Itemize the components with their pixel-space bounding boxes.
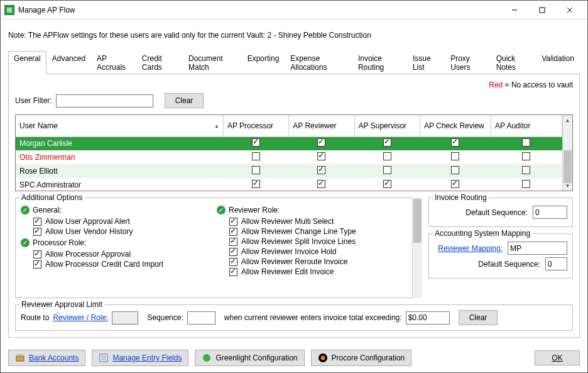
table-row[interactable]: SPC Administrator xyxy=(16,178,562,192)
close-button[interactable] xyxy=(556,1,584,19)
checkbox[interactable] xyxy=(252,138,260,147)
table-row[interactable]: Otis Zimmerman xyxy=(16,150,562,164)
scroll-thumb[interactable] xyxy=(564,150,572,183)
checkbox[interactable] xyxy=(451,166,459,174)
tab-general[interactable]: General xyxy=(8,51,46,74)
checkbox[interactable] xyxy=(451,152,459,160)
col-ap-processor[interactable]: AP Processor xyxy=(223,115,288,136)
checkbox[interactable] xyxy=(229,248,237,256)
user-name-cell[interactable]: Otis Zimmerman xyxy=(16,150,223,164)
tab-validation[interactable]: Validation xyxy=(536,51,580,74)
role-checkbox-cell[interactable] xyxy=(491,178,562,192)
role-checkbox-cell[interactable] xyxy=(491,150,562,164)
checkbox[interactable] xyxy=(252,180,260,188)
tab-advanced[interactable]: Advanced xyxy=(46,51,91,74)
option-row[interactable]: Allow Reviewer Reroute Invoice xyxy=(229,257,406,266)
checkbox[interactable] xyxy=(317,138,325,147)
checkbox[interactable] xyxy=(383,138,391,147)
tab-exporting[interactable]: Exporting xyxy=(242,51,285,74)
table-row[interactable]: Rose Elliott xyxy=(16,164,562,178)
checkbox[interactable] xyxy=(33,218,41,226)
col-ap-check-review[interactable]: AP Check Review xyxy=(420,115,491,136)
role-checkbox-cell[interactable] xyxy=(354,164,420,178)
option-row[interactable]: Allow Reviewer Multi Select xyxy=(229,217,406,226)
scroll-down-icon[interactable]: ▼ xyxy=(563,181,572,191)
tab-ap-accruals[interactable]: AP Accruals xyxy=(91,51,136,74)
checkbox[interactable] xyxy=(229,228,237,236)
role-checkbox-cell[interactable] xyxy=(223,178,288,192)
option-row[interactable]: Allow Processor Approval xyxy=(33,250,210,259)
tab-issue-list[interactable]: Issue List xyxy=(407,51,445,74)
role-checkbox-cell[interactable] xyxy=(420,150,491,164)
procore-config-button[interactable]: Procore Configuration xyxy=(311,350,412,366)
role-checkbox-cell[interactable] xyxy=(289,164,354,178)
checkbox[interactable] xyxy=(317,166,325,174)
manage-entry-fields-button[interactable]: Manage Entry Fields xyxy=(92,350,188,366)
options-scrollbar[interactable] xyxy=(412,198,422,298)
tab-expense-allocations[interactable]: Expense Allocations xyxy=(285,51,352,74)
option-row[interactable]: Allow User Approval Alert xyxy=(33,217,210,226)
amount-input[interactable] xyxy=(406,311,450,325)
checkbox[interactable] xyxy=(522,180,530,188)
user-name-cell[interactable]: SPC Administrator xyxy=(16,178,223,192)
checkbox[interactable] xyxy=(252,152,260,160)
checkbox[interactable] xyxy=(383,166,391,174)
tab-credit-cards[interactable]: Credit Cards xyxy=(136,51,183,74)
option-row[interactable]: Allow Processor Credit Card Import xyxy=(33,260,210,269)
reviewer-role-input[interactable] xyxy=(112,311,138,325)
grid-scrollbar[interactable]: ▲ ▼ xyxy=(562,115,572,191)
user-name-cell[interactable]: Rose Elliott xyxy=(16,164,223,178)
tab-invoice-routing[interactable]: Invoice Routing xyxy=(352,51,407,74)
bank-accounts-button[interactable]: Bank Accounts xyxy=(8,350,85,366)
checkbox[interactable] xyxy=(522,138,530,147)
role-checkbox-cell[interactable] xyxy=(354,150,420,164)
reviewer-mapping-link[interactable]: Reviewer Mapping: xyxy=(434,244,503,253)
role-checkbox-cell[interactable] xyxy=(420,164,491,178)
option-row[interactable]: Allow Reviewer Split Invoice Lines xyxy=(229,237,406,246)
role-checkbox-cell[interactable] xyxy=(223,164,288,178)
sequence-input[interactable] xyxy=(187,311,215,325)
checkbox[interactable] xyxy=(33,250,41,259)
minimize-button[interactable] xyxy=(501,1,528,19)
maximize-button[interactable] xyxy=(528,1,556,19)
checkbox[interactable] xyxy=(317,152,325,160)
ir-default-seq-input[interactable] xyxy=(533,206,567,219)
role-checkbox-cell[interactable] xyxy=(354,178,420,192)
role-checkbox-cell[interactable] xyxy=(223,150,288,164)
role-checkbox-cell[interactable] xyxy=(354,136,420,150)
checkbox[interactable] xyxy=(229,268,237,276)
role-checkbox-cell[interactable] xyxy=(289,136,354,150)
user-filter-input[interactable] xyxy=(56,94,153,108)
am-default-seq-input[interactable] xyxy=(545,257,567,270)
option-row[interactable]: Allow Reviewer Edit Invoice xyxy=(229,267,406,276)
clear-limit-button[interactable]: Clear xyxy=(459,310,498,325)
reviewer-mapping-input[interactable] xyxy=(508,242,567,255)
role-checkbox-cell[interactable] xyxy=(491,136,562,150)
checkbox[interactable] xyxy=(383,152,391,160)
reviewer-role-link[interactable]: Reviewer / Role: xyxy=(53,313,108,322)
checkbox[interactable] xyxy=(451,180,459,188)
ok-button[interactable]: OK xyxy=(535,350,580,365)
col-ap-supervisor[interactable]: AP Supervisor xyxy=(354,115,420,136)
col-ap-reviewer[interactable]: AP Reviewer xyxy=(289,115,354,136)
tab-document-match[interactable]: Document Match xyxy=(183,51,242,74)
col-ap-auditor[interactable]: AP Auditor xyxy=(491,115,562,136)
role-checkbox-cell[interactable] xyxy=(420,178,491,192)
option-row[interactable]: Allow Reviewer Change Line Type xyxy=(229,227,406,236)
checkbox[interactable] xyxy=(522,152,530,160)
tab-proxy-users[interactable]: Proxy Users xyxy=(445,51,490,74)
table-row[interactable]: Morgan Carlisle xyxy=(16,136,562,150)
role-checkbox-cell[interactable] xyxy=(491,164,562,178)
checkbox[interactable] xyxy=(229,258,237,266)
option-row[interactable]: Allow Reviewer Invoice Hold xyxy=(229,247,406,256)
scroll-up-icon[interactable]: ▲ xyxy=(563,115,572,125)
checkbox[interactable] xyxy=(33,228,41,236)
checkbox[interactable] xyxy=(33,260,41,269)
checkbox[interactable] xyxy=(522,166,530,174)
tab-quick-notes[interactable]: Quick Notes xyxy=(491,51,536,74)
greenlight-config-button[interactable]: Greenlight Configuration xyxy=(195,350,304,366)
checkbox[interactable] xyxy=(451,138,459,147)
role-checkbox-cell[interactable] xyxy=(289,150,354,164)
user-name-cell[interactable]: Morgan Carlisle xyxy=(16,136,223,150)
role-checkbox-cell[interactable] xyxy=(420,136,491,150)
